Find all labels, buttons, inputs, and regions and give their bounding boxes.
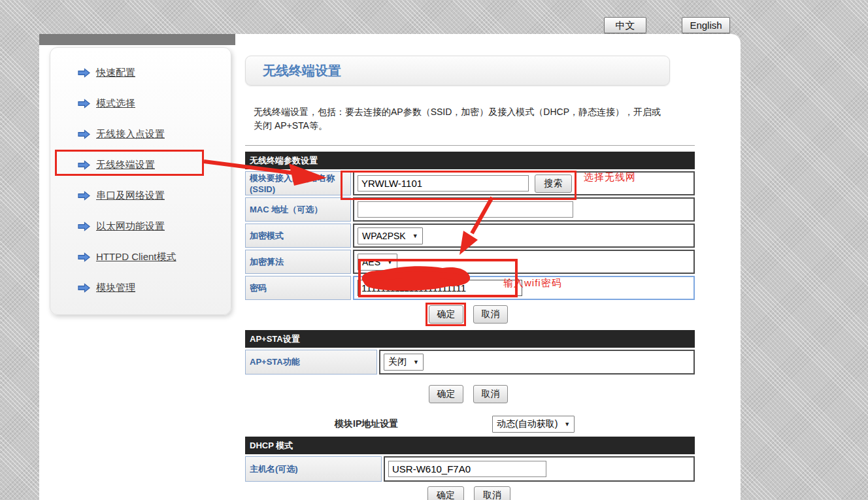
encryption-algorithm-value-cell: AES	[353, 250, 695, 274]
module-ip-setting-label: 模块IP地址设置	[335, 418, 398, 430]
password-value-cell	[353, 276, 695, 300]
sta-buttons-row: 确定 取消	[429, 305, 508, 324]
hostname-label: 主机名(可选)	[245, 456, 382, 482]
module-ip-mode-selected: 动态(自动获取)	[497, 418, 558, 430]
encryption-algorithm-label: 加密算法	[245, 250, 351, 274]
sidebar-item-label: 模块管理	[96, 282, 135, 294]
encryption-mode-value-cell: WPA2PSK	[353, 224, 695, 248]
sidebar-item-label: 无线终端设置	[96, 159, 155, 171]
arrow-right-icon	[78, 68, 90, 78]
arrow-right-icon	[78, 99, 90, 108]
arrow-right-icon	[78, 252, 90, 262]
page-background: 中文 English 快速配置 模式选择 无线接入点设置 无线终端设置 串口及网…	[0, 0, 868, 500]
mac-label: MAC 地址（可选）	[245, 197, 351, 222]
encryption-mode-select[interactable]: WPA2PSK	[358, 227, 423, 244]
sta-ok-button[interactable]: 确定	[429, 305, 463, 324]
arrow-right-icon	[78, 160, 90, 170]
dhcp-cancel-button[interactable]: 取消	[474, 486, 510, 500]
ssid-input[interactable]	[358, 175, 529, 192]
encryption-algorithm-select[interactable]: AES	[358, 254, 397, 271]
apsta-ok-button[interactable]: 确定	[429, 385, 463, 403]
apsta-function-value-cell: 关闭	[379, 350, 695, 375]
language-chinese-button[interactable]: 中文	[604, 17, 646, 33]
encryption-mode-selected: WPA2PSK	[362, 231, 406, 241]
hostname-value-cell	[384, 456, 695, 482]
mac-value-cell	[353, 197, 695, 222]
sidebar-item-label: 快速配置	[96, 67, 135, 79]
sidebar-item-ethernet-settings[interactable]: 以太网功能设置	[78, 216, 231, 236]
apsta-cancel-button[interactable]: 取消	[473, 385, 508, 403]
sidebar-item-wireless-ap-settings[interactable]: 无线接入点设置	[78, 124, 231, 144]
sidebar-item-httpd-client-mode[interactable]: HTTPD Client模式	[78, 247, 231, 267]
dhcp-table-header: DHCP 模式	[245, 437, 695, 454]
arrow-right-icon	[78, 283, 90, 293]
divider-line	[245, 145, 695, 146]
module-ip-mode-select[interactable]: 动态(自动获取)	[492, 416, 575, 433]
table-row-hostname: 主机名(可选)	[245, 456, 695, 482]
sidebar-item-quick-config[interactable]: 快速配置	[78, 63, 231, 82]
table-row-password: 密码	[245, 276, 695, 300]
table-row-apsta-function: AP+STA功能 关闭	[245, 350, 695, 375]
arrow-right-icon	[78, 129, 90, 139]
table-row-mac: MAC 地址（可选）	[245, 197, 695, 222]
search-button[interactable]: 搜索	[535, 175, 572, 193]
apsta-buttons-row: 确定 取消	[429, 385, 508, 403]
page-title: 无线终端设置	[245, 56, 670, 86]
table-row-encryption-mode: 加密模式 WPA2PSK	[245, 224, 695, 248]
sidebar-item-label: 以太网功能设置	[96, 220, 165, 233]
apsta-function-label: AP+STA功能	[245, 350, 377, 375]
language-english-button[interactable]: English	[682, 17, 730, 33]
hostname-input[interactable]	[388, 461, 546, 477]
description-line-1: 无线终端设置，包括：要去连接的AP参数（SSID，加密）及接入模式（DHCP，静…	[254, 105, 692, 119]
sta-table-header: 无线终端参数设置	[245, 152, 695, 169]
top-dark-bar	[39, 34, 235, 45]
encryption-algorithm-selected: AES	[362, 257, 380, 267]
arrow-right-icon	[78, 222, 90, 231]
ssid-value-cell: 搜索	[353, 171, 695, 195]
arrow-right-icon	[78, 191, 90, 201]
sidebar-item-label: 串口及网络设置	[96, 190, 165, 202]
dhcp-ok-button[interactable]: 确定	[427, 486, 464, 500]
page-description: 无线终端设置，包括：要去连接的AP参数（SSID，加密）及接入模式（DHCP，静…	[254, 105, 692, 133]
sidebar-item-module-management[interactable]: 模块管理	[78, 278, 231, 297]
sidebar-item-label: 无线接入点设置	[96, 128, 165, 141]
sidebar-item-wireless-sta-settings[interactable]: 无线终端设置	[78, 155, 231, 175]
apsta-function-select[interactable]: 关闭	[384, 354, 424, 371]
password-label: 密码	[245, 276, 351, 300]
password-input[interactable]	[358, 280, 522, 296]
apsta-table-header: AP+STA设置	[245, 330, 695, 348]
table-row-encryption-algorithm: 加密算法 AES	[245, 250, 695, 274]
sidebar-item-label: HTTPD Client模式	[96, 251, 176, 263]
mac-input[interactable]	[358, 201, 573, 218]
apsta-function-selected: 关闭	[388, 356, 407, 368]
encryption-mode-label: 加密模式	[245, 224, 351, 248]
sidebar-item-uart-network-settings[interactable]: 串口及网络设置	[78, 186, 231, 205]
table-row-ssid: 模块要接入的网络名称(SSID) 搜索	[245, 171, 695, 195]
dhcp-buttons-row: 确定 取消	[427, 486, 510, 500]
sidebar: 快速配置 模式选择 无线接入点设置 无线终端设置 串口及网络设置 以太网功能设置…	[50, 47, 231, 315]
sidebar-item-label: 模式选择	[96, 97, 135, 110]
ssid-label: 模块要接入的网络名称(SSID)	[245, 171, 351, 195]
sidebar-item-mode-select[interactable]: 模式选择	[78, 93, 231, 113]
description-line-2: 关闭 AP+STA等。	[254, 119, 692, 133]
sta-cancel-button[interactable]: 取消	[473, 305, 508, 324]
